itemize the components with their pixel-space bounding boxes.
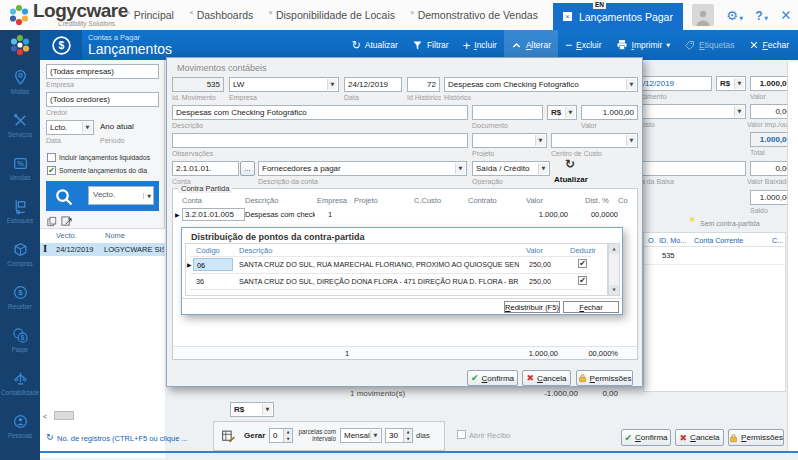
chevron-down-icon[interactable]: ▼	[535, 135, 545, 146]
refresh-button[interactable]: ↻ Atualizar	[345, 30, 405, 60]
dist-row2-valor[interactable]: 250,00	[511, 277, 551, 286]
hscroll-thumb[interactable]	[54, 411, 74, 420]
dist-row1-deduzir-checkbox-checked[interactable]: ✔	[578, 259, 587, 268]
dist-col-valor[interactable]: Valor	[526, 246, 543, 255]
confirma-button[interactable]: ✔Confirma	[621, 429, 671, 446]
dist-vscrollbar[interactable]: ▲ ▼	[608, 243, 620, 296]
documento-input[interactable]	[472, 105, 543, 120]
tab-close-icon[interactable]: ×	[126, 8, 131, 17]
dist-col-codigo[interactable]: Código	[196, 246, 220, 255]
add-button[interactable]: + Incluir	[456, 30, 504, 60]
dias-spinner[interactable]: 30 ▲▼	[385, 428, 413, 443]
tab-close-icon[interactable]: ×	[410, 8, 415, 17]
chevron-down-icon[interactable]: ▼	[143, 193, 151, 199]
sidebar-item-vendas[interactable]: % Vendas	[0, 146, 40, 189]
sidebar-item-compras[interactable]: Compras	[0, 232, 40, 275]
dist-fechar-button[interactable]: Fechar	[563, 301, 619, 313]
spinner-arrows[interactable]: ▲▼	[403, 429, 412, 442]
cp-col-dist[interactable]: Dist. %	[585, 196, 609, 205]
grid-col-conta-corrente[interactable]: Conta Corrente	[694, 236, 743, 245]
cp-col-ccusto[interactable]: C.Custo	[414, 196, 441, 205]
moeda-select[interactable]: R$▼	[716, 76, 746, 91]
cp-col-valor[interactable]: Valor	[526, 196, 543, 205]
cp-col-descricao[interactable]: Descrição	[245, 196, 278, 205]
dialog-permissoes-button[interactable]: Permissões	[576, 370, 633, 386]
user-avatar[interactable]	[692, 4, 714, 26]
sidebar-item-midias[interactable]: Mídias	[0, 60, 40, 103]
tab-close-icon[interactable]: ×	[268, 8, 273, 17]
grid-row-id[interactable]: 535	[662, 251, 675, 260]
tab-lancamentos-pagar-active[interactable]: EN × Lançamentos Pagar	[553, 3, 683, 30]
centro-custo-select[interactable]: ▼	[551, 133, 638, 148]
liquidados-checkbox-unchecked[interactable]	[47, 153, 56, 162]
dist-col-deduzir[interactable]: Deduzir	[570, 246, 596, 255]
grid-col-idmov[interactable]: ID. Mo...	[659, 236, 686, 245]
cp-row-descricao[interactable]: Despesas com checking	[245, 210, 315, 219]
chevron-down-icon[interactable]: ▼	[82, 122, 92, 133]
print-button[interactable]: Imprimir ▼	[609, 30, 678, 60]
sidebar-item-pagar[interactable]: $ Pagar	[0, 318, 40, 361]
cp-row-conta-cell[interactable]: 3.2.01.01.005	[182, 208, 245, 221]
sidebar-item-servicos[interactable]: Serviços	[0, 103, 40, 146]
id-historico-input[interactable]: 72	[407, 77, 440, 92]
edit-button[interactable]: Alterar	[504, 30, 558, 60]
periodo-value[interactable]: Ano atual	[100, 122, 134, 131]
sidebar-item-receber[interactable]: $ Receber	[0, 275, 40, 318]
valor-dialog-input[interactable]: 1.000,00	[581, 105, 638, 120]
refresh-count-icon[interactable]: ↻	[46, 432, 54, 442]
search-icon[interactable]	[54, 187, 74, 207]
chevron-down-icon[interactable]: ▼	[538, 163, 548, 174]
empresa-filter-input[interactable]: (Todas empresas)	[46, 64, 159, 79]
dialog-cancela-button[interactable]: ✖Cancela	[522, 370, 571, 386]
projeto-select[interactable]: ▼	[472, 133, 547, 148]
list-col-vecto[interactable]: Vecto.	[56, 231, 77, 240]
chevron-down-icon[interactable]: ▼	[455, 163, 465, 174]
filter-button[interactable]: Filtrar	[405, 30, 456, 60]
descricao-input[interactable]: Despesas com Checking Fotográfico	[172, 105, 468, 120]
atualizar-refresh-icon[interactable]: ↻	[565, 157, 575, 171]
chevron-down-icon[interactable]: ▼	[626, 79, 636, 90]
data-input[interactable]: 24/12/2019	[344, 77, 402, 92]
close-app-icon[interactable]	[780, 9, 792, 21]
settings-menu[interactable]: ⚙ ▼	[726, 6, 743, 24]
delete-button[interactable]: − Excluir	[558, 30, 609, 60]
somente-dia-checkbox-checked[interactable]: ✔	[47, 166, 56, 175]
dist-col-descricao[interactable]: Descrição	[239, 246, 272, 255]
credor-filter-input[interactable]: (Todos credores)	[46, 92, 159, 107]
sidebar-item-estoques[interactable]: Estoques	[0, 189, 40, 232]
cp-col-projeto[interactable]: Projeto	[354, 196, 378, 205]
historico-select[interactable]: Despesas com Checking Fotográfico▼	[444, 77, 638, 92]
cp-col-conta[interactable]: Conta	[182, 196, 202, 205]
copy-icon[interactable]	[47, 216, 57, 227]
close-view-button[interactable]: Fechar	[742, 30, 796, 60]
imposto-select[interactable]: ▼	[630, 104, 746, 119]
right-scroll-track[interactable]	[787, 62, 798, 451]
cancela-button[interactable]: ✖Cancela	[675, 429, 724, 446]
dist-row2-codigo[interactable]: 36	[196, 277, 204, 286]
cp-row-dist[interactable]: 00,0000	[573, 210, 618, 219]
tab-demonstrativo[interactable]: ×Demonstrativo de Vendas	[410, 9, 538, 21]
chevron-down-icon[interactable]: ▼	[262, 404, 272, 415]
hscroll-left-arrow[interactable]: <	[43, 413, 47, 420]
export-grid-icon[interactable]	[61, 216, 72, 227]
list-col-nome[interactable]: Nome	[105, 231, 125, 240]
tab-principal[interactable]: ×Principal	[126, 9, 174, 21]
tab-disponibilidade[interactable]: ×Disponibilidade de Locais	[268, 9, 395, 21]
sidebar-item-pessoas[interactable]: Pessoas	[0, 404, 40, 447]
scroll-down-icon[interactable]: ▼	[609, 285, 619, 295]
conta-input[interactable]: 2.1.01.01.	[172, 161, 239, 176]
permissoes-button[interactable]: Permissões	[728, 429, 784, 446]
conta-desc-select[interactable]: Fornecedores a pagar▼	[258, 161, 467, 176]
parcelas-spinner[interactable]: 0 ▲▼	[269, 428, 293, 443]
cp-row-empresa[interactable]: 1	[328, 210, 332, 219]
scroll-up-icon[interactable]: ▲	[609, 244, 619, 254]
dist-row1-valor[interactable]: 250,00	[511, 260, 551, 269]
chevron-down-icon[interactable]: ▼	[565, 107, 575, 118]
dist-row2-descricao[interactable]: SANTA CRUZ DO SUL, DIREÇÃO DONA FLORA - …	[239, 277, 519, 286]
search-field-select[interactable]: Vecto. ▼	[88, 186, 154, 205]
chevron-down-icon[interactable]: ▼	[370, 430, 380, 441]
help-menu[interactable]: ? ▼	[755, 6, 768, 24]
redistribuir-button[interactable]: Redistribuir (F5)	[504, 301, 560, 313]
chevron-down-icon[interactable]: ▼	[734, 78, 744, 89]
chevron-down-icon[interactable]: ▼	[327, 79, 337, 90]
